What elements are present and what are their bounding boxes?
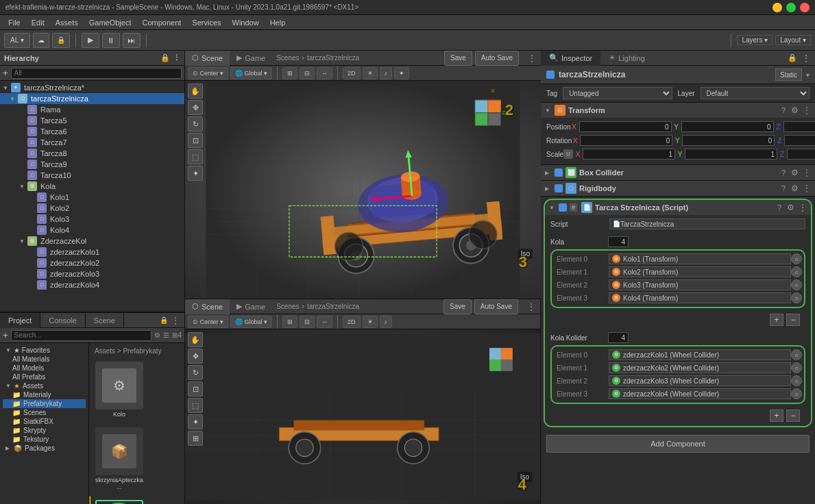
bottom-custom-tool[interactable]: ✦ [188,414,203,429]
maximize-btn[interactable] [786,3,796,12]
box-collider-more[interactable]: ⋮ [803,168,811,177]
script-header[interactable]: ▼ # 📄 Tarcza Strzelnicza (Script) ? ⚙ ⋮ [545,200,811,215]
kolider-2-circle-btn[interactable]: ○ [791,375,802,386]
hierarchy-search[interactable] [11,68,182,79]
fx-toggle[interactable]: ✦ [394,67,409,79]
scale-x-input[interactable] [583,149,675,160]
bottom-center-dropdown[interactable]: ⊙ Center ▾ [188,316,228,328]
bottom-extra-tool[interactable]: ⊞ [188,431,203,446]
save-scene-btn[interactable]: Save [444,51,472,66]
tree-item-rama[interactable]: ▶ □ Rama [0,104,184,115]
asset-skrzynia[interactable]: 📦 skrzyniaApteczka ... [92,425,147,493]
rotation-y-input[interactable] [682,135,775,146]
hierarchy-menu[interactable]: ⋮ [173,53,180,62]
bottom-audio[interactable]: ♪ [380,316,393,328]
add-component-button[interactable]: Add Component [546,435,810,453]
play-button[interactable]: ▶ [82,33,99,48]
global-dropdown[interactable]: 🌐 Global ▾ [230,67,272,79]
kolider-3-circle-btn[interactable]: ○ [791,388,802,399]
static-arrow[interactable]: ▾ [806,71,810,79]
project-add-btn[interactable]: + [3,330,8,340]
tree-item-tarcza9[interactable]: ▶ □ Tarcza9 [0,159,184,170]
bottom-rotate-tool[interactable]: ↻ [188,365,203,380]
scale-tool-btn[interactable]: ⊡ [188,133,203,148]
tree-item-tarcza10[interactable]: ▶ □ Tarcza10 [0,170,184,181]
tree-skrypty[interactable]: 📁 Skrypty [3,426,86,435]
bottom-viewport[interactable]: 4 Iso ✋ ✥ ↻ ⊡ ⬚ ✦ ⊞ [185,329,540,504]
box-collider-enabled[interactable] [555,168,563,177]
bottom-2d[interactable]: 2D [343,316,361,328]
bottom-global-dropdown[interactable]: 🌐 Global ▾ [230,316,272,328]
tree-prefabrykaty[interactable]: 📁 Prefabrykaty [3,399,86,408]
tree-item-kolo1[interactable]: ▶ □ Kolo1 [0,192,184,203]
tab-lighting[interactable]: ☀ Lighting [600,51,653,66]
tab-scene-bottom-view[interactable]: ⬡ Scene [185,299,230,314]
audio-toggle[interactable]: ♪ [380,67,393,79]
tree-siatki[interactable]: 📁 SiatkiFBX [3,417,86,426]
kolider-add-btn[interactable]: + [770,410,783,422]
project-search[interactable] [11,330,152,341]
layer-select[interactable]: Default [701,87,810,99]
transform-header[interactable]: ▼ ⊞ Transform ? ⚙ ⋮ [541,103,815,118]
element-2-value[interactable]: ⊞ Kolo3 (Transform) [609,279,791,290]
tree-all-models[interactable]: All Models [3,364,86,373]
bottom-grid[interactable]: ⊞ [282,316,297,328]
position-z-input[interactable] [783,121,815,132]
2d-toggle[interactable]: 2D [343,67,361,79]
script-ref-value[interactable]: 📄 TarczaStrzelnicza [609,218,805,229]
tree-item-root[interactable]: ▼ ✦ tarczaStrzelnicza* [0,82,184,93]
elem-0-circle-btn[interactable]: ○ [791,253,802,264]
rotation-x-input[interactable] [580,135,672,146]
hand-tool[interactable]: ✋ [188,84,203,99]
element-1-value[interactable]: ⊞ Kolo2 (Transform) [609,266,791,277]
position-y-input[interactable] [681,121,774,132]
menu-window[interactable]: Window [227,17,265,28]
tab-inspector[interactable]: 🔍 Inspector [541,51,600,66]
asset-tarcza[interactable]: tarczaStrzelnicza 1 [92,497,147,504]
menu-edit[interactable]: Edit [26,17,50,28]
tab-project[interactable]: Project [0,313,40,328]
elem-2-circle-btn[interactable]: ○ [791,279,802,290]
kolider-element-3-value[interactable]: ⚙ zderzaczKolo4 (Wheel Collider) [609,388,791,399]
kolider-count[interactable] [608,332,629,343]
scale-link-icon[interactable]: ⛓ [563,149,573,159]
lock-button[interactable]: 🔒 [52,33,70,48]
menu-help[interactable]: Help [265,17,291,28]
rigidbody-more[interactable]: ⋮ [803,184,811,193]
tree-item-tarcza6[interactable]: ▶ □ Tarcza6 [0,126,184,137]
save-bottom-btn[interactable]: Save [443,299,472,314]
object-enabled-checkbox[interactable] [546,71,555,79]
static-button[interactable]: Static [775,68,802,81]
scale-z-input[interactable] [787,149,815,160]
kola-count[interactable] [608,236,629,247]
layers-button[interactable]: Layers ▾ [737,35,773,45]
project-options[interactable]: ⚙ [154,331,160,339]
tree-scenes[interactable]: 📁 Scenes [3,408,86,417]
rigidbody-header[interactable]: ▶ ⬡ Rigidbody ? ⚙ ⋮ [541,181,815,196]
tab-game-top[interactable]: ▶ Game [230,51,272,66]
light-toggle[interactable]: ☀ [363,67,378,79]
rotate-tool-btn[interactable]: ↻ [188,116,203,131]
menu-gameobject[interactable]: GameObject [84,17,137,28]
close-btn[interactable] [800,3,810,12]
bottom-move[interactable]: ↔ [317,316,332,328]
kolider-element-2-value[interactable]: ⚙ zderzaczKolo3 (Wheel Collider) [609,375,791,386]
layout-button[interactable]: Layout ▾ [775,35,811,45]
project-size-slider[interactable]: ⊞4 [172,331,182,339]
tag-select[interactable]: Untagged [563,87,672,99]
tab-console[interactable]: Console [40,313,85,328]
menu-component[interactable]: Component [136,17,186,28]
minimize-btn[interactable] [773,3,782,12]
menu-assets[interactable]: Assets [50,17,84,28]
rigidbody-enabled[interactable] [555,184,563,192]
tree-item-kolo2[interactable]: ▶ □ Kolo2 [0,203,184,214]
tree-item-zderzacz3[interactable]: ▶ □ zderzaczKolo3 [0,268,184,279]
tree-item-zderzacze[interactable]: ▼ ⊞ ZderzaczeKol [0,236,184,247]
tree-item-tarcza8[interactable]: ▶ □ Tarcza8 [0,148,184,159]
tree-materialy[interactable]: 📁 Materialy [3,390,86,399]
tree-item-tarcza7[interactable]: ▶ □ Tarcza7 [0,137,184,148]
element-0-value[interactable]: ⊞ Kolo1 (Transform) [609,253,791,264]
tree-assets[interactable]: ▼ ★ Assets [3,381,86,390]
rotation-z-input[interactable] [784,135,815,146]
tree-favorites[interactable]: ▼ ★ Favorites [3,346,86,355]
